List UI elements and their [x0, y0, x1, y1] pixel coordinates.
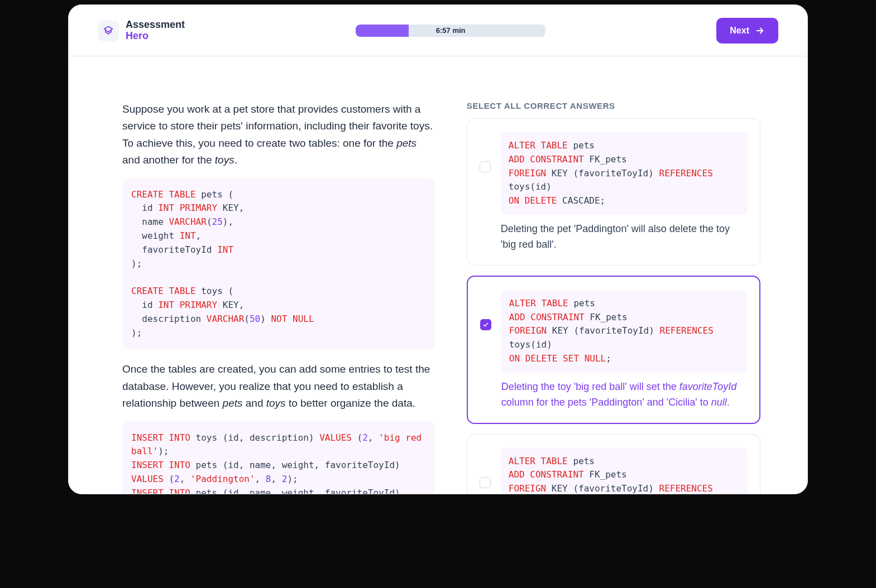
progress-bar: 6:57 min — [356, 25, 545, 37]
progress: 6:57 min — [356, 25, 545, 37]
checkbox[interactable] — [480, 161, 491, 172]
answer-description: Deleting the toy 'big red ball' will set… — [501, 379, 747, 411]
question-paragraph-2: Once the tables are created, you can add… — [122, 361, 434, 412]
answers-column: SELECT ALL CORRECT ANSWERS ALTER TABLE p… — [459, 79, 785, 494]
logo: Assessment Hero — [98, 20, 185, 42]
check-icon — [482, 321, 489, 328]
answer-body: ALTER TABLE pets ADD CONSTRAINT FK_pets … — [501, 448, 748, 494]
answers-list: ALTER TABLE pets ADD CONSTRAINT FK_pets … — [467, 118, 760, 494]
app-window: Assessment Hero 6:57 min Next Suppose yo… — [68, 4, 808, 494]
question-card: Suppose you work at a pet store that pro… — [91, 79, 785, 494]
logo-text: Assessment Hero — [126, 20, 185, 42]
question-column: Suppose you work at a pet store that pro… — [91, 79, 459, 494]
answer-option-0[interactable]: ALTER TABLE pets ADD CONSTRAINT FK_pets … — [467, 118, 760, 266]
answer-description: Deleting the pet 'Paddington' will also … — [501, 221, 748, 253]
code-block-1: CREATE TABLE pets ( id INT PRIMARY KEY, … — [122, 178, 434, 350]
answer-code: ALTER TABLE pets ADD CONSTRAINT FK_pets … — [501, 448, 748, 494]
logo-line-2: Hero — [126, 31, 185, 42]
next-button[interactable]: Next — [716, 18, 778, 44]
content: Suppose you work at a pet store that pro… — [69, 56, 807, 494]
answers-title: SELECT ALL CORRECT ANSWERS — [467, 101, 760, 110]
answer-code: ALTER TABLE pets ADD CONSTRAINT FK_pets … — [501, 132, 748, 215]
answer-body: ALTER TABLE pets ADD CONSTRAINT FK_pets … — [501, 290, 747, 411]
answer-body: ALTER TABLE pets ADD CONSTRAINT FK_pets … — [501, 132, 748, 253]
answer-code: ALTER TABLE pets ADD CONSTRAINT FK_pets … — [501, 290, 747, 373]
answer-option-1[interactable]: ALTER TABLE pets ADD CONSTRAINT FK_pets … — [467, 276, 760, 424]
code-block-2: INSERT INTO toys (id, description) VALUE… — [122, 421, 434, 494]
progress-label: 6:57 min — [436, 26, 466, 35]
checkbox[interactable] — [480, 319, 491, 330]
answer-option-2[interactable]: ALTER TABLE pets ADD CONSTRAINT FK_pets … — [467, 434, 760, 494]
arrow-right-icon — [755, 26, 765, 36]
question-paragraph-1: Suppose you work at a pet store that pro… — [122, 101, 434, 169]
progress-fill — [356, 25, 409, 37]
logo-icon — [98, 20, 119, 41]
checkbox[interactable] — [480, 477, 491, 488]
next-button-label: Next — [730, 26, 749, 36]
header: Assessment Hero 6:57 min Next — [69, 5, 807, 56]
logo-line-1: Assessment — [126, 20, 185, 31]
